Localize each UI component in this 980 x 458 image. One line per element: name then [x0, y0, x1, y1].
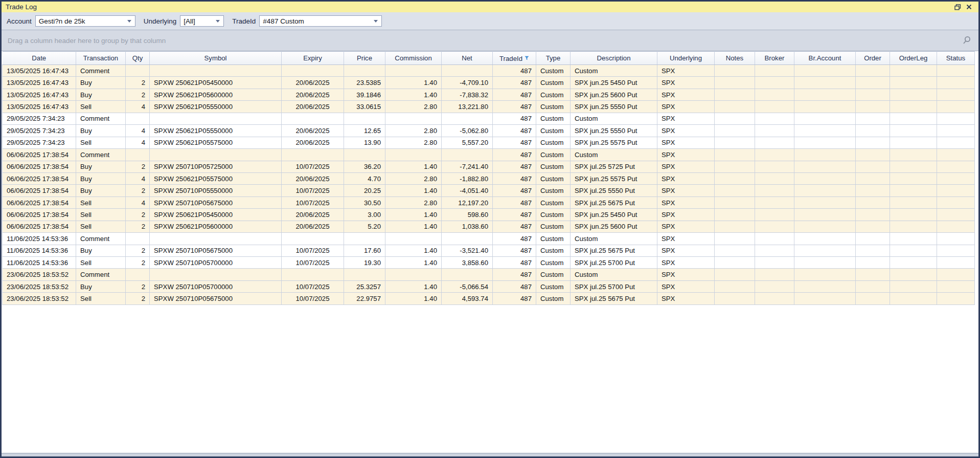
- cell-type: Custom: [536, 280, 571, 292]
- cell-expiry: [282, 269, 344, 280]
- column-header-date[interactable]: Date: [3, 52, 76, 65]
- cell-expiry: 10/07/2025: [282, 197, 344, 208]
- column-header-label: Expiry: [303, 54, 322, 62]
- cell-symbol: [150, 233, 282, 245]
- cell-type: Custom: [536, 269, 571, 280]
- table-row[interactable]: 23/06/2025 18:53:52Buy2SPXW 250710P05700…: [3, 280, 975, 292]
- table-row[interactable]: 06/06/2025 17:38:54Sell4SPXW 250710P0567…: [3, 197, 975, 208]
- cell-orderleg: [890, 269, 937, 280]
- cell-underlying: SPX: [657, 233, 715, 245]
- column-header-orderleg[interactable]: OrderLeg: [890, 52, 937, 65]
- column-header-transaction[interactable]: Transaction: [76, 52, 126, 65]
- cell-description: SPX jun.25 5600 Put: [571, 221, 657, 232]
- cell-expiry: 20/06/2025: [282, 101, 344, 113]
- cell-expiry: 20/06/2025: [282, 172, 344, 184]
- cell-date: 29/05/2025 7:34:23: [3, 113, 76, 124]
- cell-order: [856, 113, 890, 124]
- search-icon[interactable]: [962, 36, 971, 45]
- column-header-broker[interactable]: Broker: [755, 52, 794, 65]
- column-header-commission[interactable]: Commission: [385, 52, 442, 65]
- column-header-status[interactable]: Status: [937, 52, 975, 65]
- cell-transaction: Comment: [76, 149, 126, 161]
- column-header-order[interactable]: Order: [856, 52, 890, 65]
- column-header-tradeid[interactable]: TradeId: [493, 52, 536, 65]
- account-dropdown[interactable]: Gesti?n de 25k: [35, 15, 135, 27]
- close-button[interactable]: [963, 3, 974, 12]
- cell-br-account: [794, 293, 856, 304]
- cell-expiry: 10/07/2025: [282, 245, 344, 256]
- cell-transaction: Sell: [76, 197, 126, 208]
- cell-tradeid: 487: [493, 245, 536, 256]
- cell-date: 13/05/2025 16:47:43: [3, 101, 76, 113]
- column-header-price[interactable]: Price: [344, 52, 385, 65]
- column-header-type[interactable]: Type: [536, 52, 571, 65]
- cell-status: [937, 125, 975, 137]
- cell-net: [442, 113, 493, 124]
- column-header-expiry[interactable]: Expiry: [282, 52, 344, 65]
- cell-commission: 1.40: [385, 161, 442, 172]
- table-row[interactable]: 29/05/2025 7:34:23Comment487CustomCustom…: [3, 113, 975, 124]
- column-header-label: Symbol: [204, 54, 227, 62]
- cell-orderleg: [890, 197, 937, 208]
- cell-qty: 4: [126, 125, 150, 137]
- table-row[interactable]: 29/05/2025 7:34:23Buy4SPXW 250621P055500…: [3, 125, 975, 137]
- cell-date: 06/06/2025 17:38:54: [3, 149, 76, 161]
- cell-broker: [755, 269, 794, 280]
- table-row[interactable]: 13/05/2025 16:47:43Sell4SPXW 250621P0555…: [3, 101, 975, 113]
- cell-orderleg: [890, 113, 937, 124]
- cell-broker: [755, 293, 794, 304]
- table-row[interactable]: 06/06/2025 17:38:54Buy2SPXW 250710P05550…: [3, 185, 975, 197]
- horizontal-scrollbar[interactable]: [2, 453, 978, 456]
- cell-qty: 2: [126, 185, 150, 197]
- filter-funnel-icon[interactable]: [525, 54, 529, 62]
- column-header-underlying[interactable]: Underlying: [657, 52, 715, 65]
- column-header-symbol[interactable]: Symbol: [150, 52, 282, 65]
- cell-order: [856, 293, 890, 304]
- cell-notes: [715, 125, 755, 137]
- tradeid-dropdown[interactable]: #487 Custom: [259, 15, 382, 27]
- cell-date: 06/06/2025 17:38:54: [3, 197, 76, 208]
- cell-type: Custom: [536, 293, 571, 304]
- column-header-qty[interactable]: Qty: [126, 52, 150, 65]
- table-row[interactable]: 29/05/2025 7:34:23Sell4SPXW 250621P05575…: [3, 137, 975, 148]
- cell-underlying: SPX: [657, 221, 715, 232]
- filter-toolbar: Account Gesti?n de 25k Underlying [All] …: [2, 12, 978, 30]
- cell-description: SPX jun.25 5450 Put: [571, 209, 657, 221]
- table-row[interactable]: 06/06/2025 17:38:54Sell2SPXW 250621P0545…: [3, 209, 975, 221]
- table-row[interactable]: 13/05/2025 16:47:43Buy2SPXW 250621P05600…: [3, 89, 975, 100]
- table-row[interactable]: 06/06/2025 17:38:54Sell2SPXW 250621P0560…: [3, 221, 975, 232]
- cell-symbol: SPXW 250621P05600000: [150, 221, 282, 232]
- cell-commission: [385, 269, 442, 280]
- cell-symbol: SPXW 250621P05575000: [150, 172, 282, 184]
- cell-date: 29/05/2025 7:34:23: [3, 125, 76, 137]
- restore-button[interactable]: [952, 3, 963, 12]
- cell-orderleg: [890, 209, 937, 221]
- cell-orderleg: [890, 101, 937, 113]
- cell-net: [442, 149, 493, 161]
- table-row[interactable]: 23/06/2025 18:53:52Comment487CustomCusto…: [3, 269, 975, 280]
- column-header-br-account[interactable]: Br.Account: [794, 52, 856, 65]
- cell-date: 11/06/2025 14:53:36: [3, 245, 76, 256]
- table-row[interactable]: 06/06/2025 17:38:54Comment487CustomCusto…: [3, 149, 975, 161]
- column-header-description[interactable]: Description: [571, 52, 657, 65]
- cell-order: [856, 77, 890, 89]
- table-row[interactable]: 11/06/2025 14:53:36Buy2SPXW 250710P05675…: [3, 245, 975, 256]
- table-row[interactable]: 06/06/2025 17:38:54Buy4SPXW 250621P05575…: [3, 172, 975, 184]
- table-row[interactable]: 13/05/2025 16:47:43Buy2SPXW 250621P05450…: [3, 77, 975, 89]
- group-by-bar[interactable]: Drag a column header here to group by th…: [2, 30, 978, 51]
- cell-notes: [715, 280, 755, 292]
- cell-net: -4,051.40: [442, 185, 493, 197]
- cell-status: [937, 293, 975, 304]
- table-row[interactable]: 06/06/2025 17:38:54Buy2SPXW 250710P05725…: [3, 161, 975, 172]
- column-header-notes[interactable]: Notes: [715, 52, 755, 65]
- table-row[interactable]: 11/06/2025 14:53:36Sell2SPXW 250710P0570…: [3, 257, 975, 269]
- column-header-net[interactable]: Net: [442, 52, 493, 65]
- underlying-dropdown[interactable]: [All]: [180, 15, 224, 27]
- cell-notes: [715, 269, 755, 280]
- table-row[interactable]: 13/05/2025 16:47:43Comment487CustomCusto…: [3, 65, 975, 77]
- cell-symbol: SPXW 250710P05675000: [150, 197, 282, 208]
- table-row[interactable]: 11/06/2025 14:53:36Comment487CustomCusto…: [3, 233, 975, 245]
- table-row[interactable]: 23/06/2025 18:53:52Sell2SPXW 250710P0567…: [3, 293, 975, 304]
- cell-type: Custom: [536, 161, 571, 172]
- cell-notes: [715, 209, 755, 221]
